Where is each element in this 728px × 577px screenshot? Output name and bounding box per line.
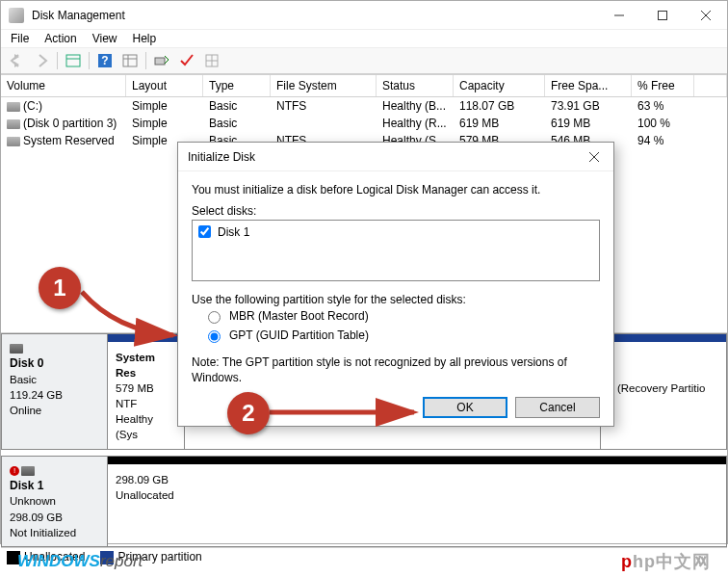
- window-title: Disk Management: [32, 9, 125, 22]
- col-type[interactable]: Type: [203, 75, 271, 96]
- col-status[interactable]: Status: [377, 75, 454, 96]
- col-fs[interactable]: File System: [271, 75, 377, 96]
- annotation-2-badge: 2: [227, 392, 270, 434]
- menu-file[interactable]: File: [3, 30, 37, 47]
- disk-toolbar-icon[interactable]: [150, 50, 173, 71]
- col-free[interactable]: Free Spa...: [545, 75, 632, 96]
- partition-unallocated[interactable]: 298.09 GB Unallocated: [108, 457, 726, 546]
- windowsreport-brand: WINDOWSreport: [17, 552, 143, 571]
- help-icon[interactable]: ?: [93, 50, 117, 71]
- disk-row-1[interactable]: ! Disk 1 Unknown 298.09 GB Not Initializ…: [1, 456, 727, 547]
- menu-action[interactable]: Action: [37, 30, 84, 47]
- radio-mbr[interactable]: [208, 311, 221, 324]
- radio-gpt-row[interactable]: GPT (GUID Partition Table): [203, 328, 600, 343]
- partition-recovery[interactable]: y (Recovery Partitio: [601, 334, 726, 449]
- disk1-partitions: 298.09 GB Unallocated: [107, 456, 727, 547]
- check-icon[interactable]: [175, 50, 198, 71]
- ok-button[interactable]: OK: [423, 397, 507, 418]
- annotation-1-badge: 1: [39, 267, 81, 309]
- radio-gpt[interactable]: [208, 330, 221, 343]
- disk1-info: ! Disk 1 Unknown 298.09 GB Not Initializ…: [1, 456, 107, 547]
- volume-table-header: Volume Layout Type File System Status Ca…: [1, 75, 727, 97]
- disk-icon: [21, 466, 35, 476]
- partition-system-reserved[interactable]: System Res 579 MB NTF Healthy (Sys: [108, 334, 185, 449]
- volume-icon: [7, 137, 20, 146]
- table-row[interactable]: (Disk 0 partition 3) Simple Basic Health…: [1, 115, 727, 132]
- col-pct[interactable]: % Free: [632, 75, 694, 96]
- grid-icon[interactable]: [200, 50, 223, 71]
- initialize-disk-dialog: Initialize Disk You must initialize a di…: [177, 142, 614, 427]
- titlebar: Disk Management: [1, 1, 727, 30]
- dialog-body: You must initialize a disk before Logica…: [178, 171, 613, 397]
- table-row[interactable]: (C:) Simple Basic NTFS Healthy (B... 118…: [1, 97, 727, 115]
- svg-text:?: ?: [101, 54, 108, 67]
- toolbar: ?: [1, 48, 727, 74]
- annotation-2-arrow: [270, 405, 424, 427]
- disk-icon: [10, 344, 23, 354]
- svg-rect-1: [658, 11, 666, 19]
- menubar: File Action View Help: [1, 30, 727, 48]
- volume-icon: [7, 102, 20, 112]
- dialog-title: Initialize Disk: [188, 150, 255, 164]
- forward-icon[interactable]: [30, 50, 53, 71]
- partition-style-label: Use the following partition style for th…: [192, 293, 600, 306]
- radio-mbr-row[interactable]: MBR (Master Boot Record): [203, 308, 600, 324]
- app-icon: [9, 8, 24, 23]
- menu-help[interactable]: Help: [125, 30, 165, 47]
- minimize-button[interactable]: [597, 1, 640, 30]
- disk1-checkbox-row[interactable]: Disk 1: [195, 223, 597, 241]
- phpcn-brand: php中文网: [621, 550, 711, 573]
- disk1-checkbox[interactable]: [198, 225, 211, 238]
- col-capacity[interactable]: Capacity: [454, 75, 545, 96]
- cancel-button[interactable]: Cancel: [515, 397, 600, 418]
- volume-icon: [7, 119, 20, 129]
- svg-rect-8: [123, 55, 137, 66]
- footer: WINDOWSreport php中文网: [0, 545, 728, 577]
- dialog-titlebar: Initialize Disk: [178, 143, 613, 171]
- mmc-icon[interactable]: [118, 50, 142, 71]
- disk0-info: Disk 0 Basic 119.24 GB Online: [1, 333, 107, 450]
- col-volume[interactable]: Volume: [1, 75, 126, 96]
- menu-view[interactable]: View: [85, 30, 125, 47]
- close-button[interactable]: [684, 1, 727, 30]
- svg-rect-4: [66, 55, 80, 66]
- back-icon[interactable]: [5, 50, 28, 71]
- svg-rect-11: [155, 58, 165, 65]
- col-layout[interactable]: Layout: [126, 75, 203, 96]
- dialog-note: Note: The GPT partition style is not rec…: [192, 354, 600, 385]
- error-icon: !: [10, 466, 19, 476]
- select-disks-label: Select disks:: [192, 204, 600, 218]
- dialog-close-button[interactable]: [575, 143, 613, 171]
- dialog-intro: You must initialize a disk before Logica…: [192, 183, 600, 197]
- disk-listbox[interactable]: Disk 1: [192, 220, 600, 281]
- annotation-1-arrow: [77, 287, 183, 348]
- tree-icon[interactable]: [62, 50, 85, 71]
- maximize-button[interactable]: [640, 1, 684, 30]
